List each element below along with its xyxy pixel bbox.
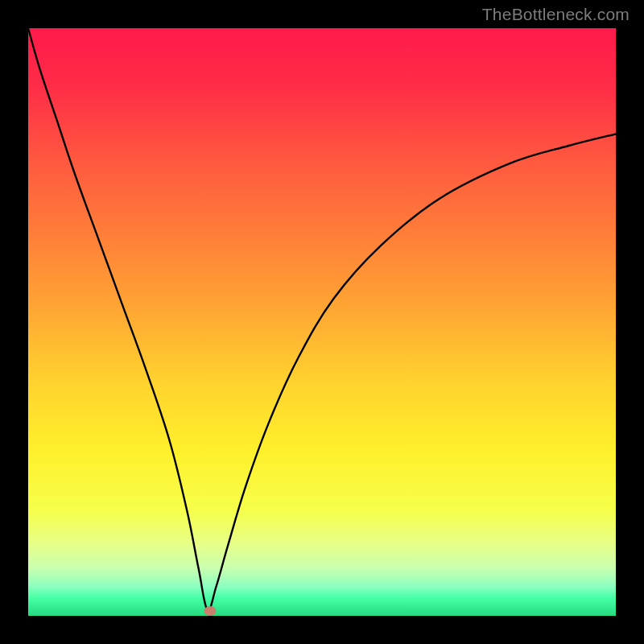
watermark-text: TheBottleneck.com (482, 5, 630, 24)
bottleneck-curve (28, 28, 616, 616)
chart-frame: TheBottleneck.com (0, 0, 644, 644)
optimal-point-marker (204, 606, 217, 616)
plot-area (28, 28, 616, 616)
